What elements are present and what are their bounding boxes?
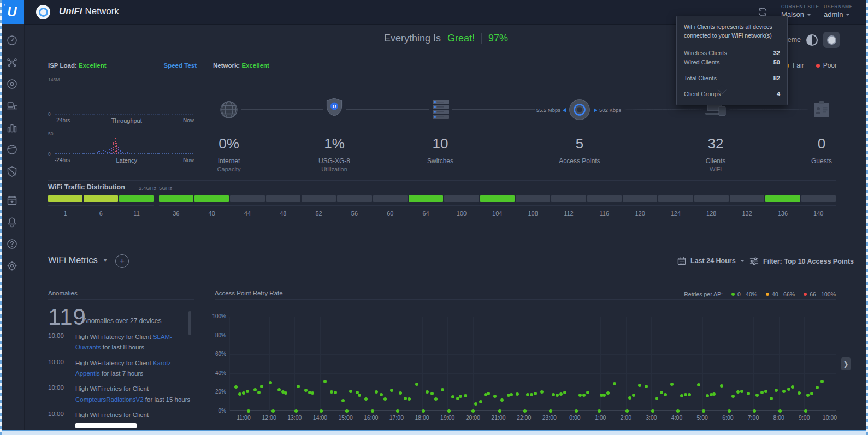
scatter-point (770, 397, 773, 400)
channel-label: 132 (730, 210, 764, 217)
latency-bar (101, 152, 102, 154)
scatter-point (578, 394, 582, 397)
user-selector[interactable]: USERNAME admin (824, 4, 853, 19)
network-status: Excellent (241, 62, 269, 69)
client-link[interactable]: CompteursRadiationsV2 (75, 396, 144, 403)
sidebar-item-alerts[interactable] (0, 211, 24, 233)
sidebar-item-devices[interactable] (0, 73, 24, 95)
scatter-point (311, 391, 314, 395)
scatter-point (447, 409, 451, 413)
y-tick-label: 40% (215, 370, 226, 376)
retry-rate-plot (229, 317, 836, 411)
channel-bar-140 (801, 195, 836, 202)
access-points-label: Access Points (541, 157, 618, 165)
channel-label: 124 (658, 210, 693, 217)
time-range-selector[interactable]: Last 24 Hours (677, 257, 745, 265)
channel-bar-11 (119, 195, 153, 202)
latency-bar (120, 150, 121, 154)
calendar-star-icon (6, 194, 18, 206)
scatter-point (670, 383, 674, 386)
chevron-down-icon: ▼ (103, 257, 108, 263)
band-24-bars (48, 195, 154, 206)
node-access-points[interactable]: 5 Access Points (541, 92, 618, 166)
throughput-axis: -24hrsThroughputNow (55, 117, 194, 124)
scatter-point (234, 385, 238, 389)
channel-label: 108 (516, 210, 550, 217)
ubiquiti-logo[interactable]: :·U (0, 0, 24, 24)
scatter-point (246, 390, 249, 393)
node-switches[interactable]: 10 Switches (402, 92, 479, 166)
latency-ymax: 50 (48, 131, 53, 136)
scatter-point (277, 388, 281, 391)
sidebar-item-events[interactable] (0, 189, 24, 211)
client-link[interactable]: Karotz-Appentis (75, 360, 173, 377)
clients-value: 32 (677, 135, 754, 152)
channel-label: 120 (623, 210, 657, 217)
channel-label: 1 (48, 210, 82, 217)
scatter-point (498, 409, 501, 413)
app-title-unifi: UniFi (59, 6, 82, 16)
node-internet[interactable]: 0% Internet Capacity (191, 92, 267, 172)
sidebar-item-insights[interactable] (0, 139, 24, 160)
scatter-point (396, 409, 399, 413)
speed-test-link[interactable]: Speed Test (164, 62, 197, 69)
gateway-value: 1% (296, 135, 373, 152)
sidebar-item-dashboard[interactable] (0, 29, 24, 51)
chevron-down-icon (846, 14, 850, 16)
gridline-v (702, 317, 703, 411)
scatter-point (775, 389, 778, 392)
band-24-label: 2.4GHz (139, 185, 156, 191)
scatter-point (323, 380, 327, 383)
wifi-metrics-dropdown[interactable]: WiFi Metrics ▼ (48, 255, 108, 265)
channel-bar-128 (694, 195, 729, 202)
theme-light-toggle[interactable] (806, 34, 818, 46)
scatter-point (706, 394, 709, 397)
gridline-v (575, 317, 575, 411)
channel-bar-104 (480, 195, 515, 202)
theme-dark-toggle[interactable] (823, 32, 840, 48)
scatter-point (603, 394, 606, 397)
channel-bar-124 (658, 195, 693, 202)
latency-bar (127, 152, 128, 154)
sidebar-item-clients[interactable] (0, 95, 24, 117)
x-tick-label: 14:00 (308, 414, 333, 421)
node-gateway[interactable]: U 1% USG-XG-8 Utilization (296, 92, 373, 172)
isp-load-label: ISP Load: (48, 62, 77, 69)
gauge-icon (6, 34, 18, 46)
retry-legend-items: 0 - 40%40 - 66%66 - 100% (731, 291, 836, 297)
channel-label: 40 (194, 210, 229, 217)
scatter-point (238, 392, 241, 396)
scatter-point (820, 380, 824, 383)
gridline-v (229, 317, 230, 411)
throughput-ymin: 0 (48, 111, 51, 117)
tooltip-divider (684, 86, 780, 86)
channel-bar-132 (730, 195, 764, 202)
sidebar-item-help[interactable] (0, 233, 24, 255)
scatter-point (582, 394, 586, 397)
channel-bar-1 (48, 195, 82, 202)
scatter-point (294, 409, 298, 413)
scatter-point (399, 391, 402, 395)
scatter-point (688, 393, 691, 396)
add-widget-button[interactable]: + (115, 254, 129, 268)
channel-bar-60 (373, 195, 408, 202)
scatter-point (664, 393, 667, 396)
scatter-point (787, 388, 790, 391)
circle-icon (827, 35, 836, 45)
scatter-point (404, 397, 407, 400)
scatter-point (747, 392, 750, 395)
sidebar-item-statistics[interactable] (0, 117, 24, 139)
band-5: 3640444852566064100104108112116120124128… (159, 195, 836, 217)
sidebar-item-security[interactable] (0, 160, 24, 182)
sidebar-item-topology[interactable] (0, 51, 24, 73)
app-title: UniFiNetwork (59, 6, 119, 17)
node-guests[interactable]: 0 Guests (783, 92, 860, 166)
client-link[interactable]: SLAM-Ouvrants (75, 333, 172, 350)
x-tick-label: 19:00 (435, 414, 460, 421)
carousel-next-button[interactable]: ❯ (841, 357, 851, 370)
filter-control[interactable]: Filter: Top 10 Access Points (749, 257, 854, 266)
scatter-point (702, 409, 705, 413)
gridline-v (244, 317, 244, 411)
sidebar-item-settings[interactable] (0, 255, 24, 277)
scatter-point (655, 397, 658, 400)
